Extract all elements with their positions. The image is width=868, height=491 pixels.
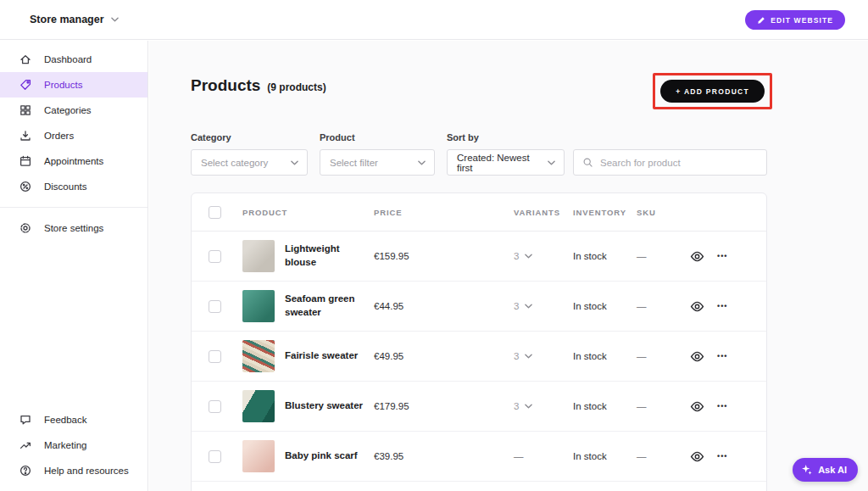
inventory-status: In stock <box>573 451 637 461</box>
table-row[interactable]: Fairisle sweater €49.95 3 In stock — ••• <box>192 332 766 382</box>
ask-ai-label: Ask AI <box>818 465 847 475</box>
sidebar-divider <box>0 207 147 208</box>
preview-eye-button[interactable] <box>687 397 706 416</box>
more-actions-button[interactable]: ••• <box>717 402 751 410</box>
product-filter-select[interactable]: Select filter <box>320 149 435 176</box>
more-actions-button[interactable]: ••• <box>717 252 751 260</box>
preview-eye-button[interactable] <box>687 247 706 265</box>
preview-eye-button[interactable] <box>687 347 706 365</box>
ask-ai-button[interactable]: Ask AI <box>793 458 858 482</box>
sidebar-item-marketing[interactable]: Marketing <box>0 432 147 458</box>
product-thumbnail <box>242 440 275 472</box>
sidebar-item-products[interactable]: Products <box>0 72 147 98</box>
percent-circle-icon <box>19 180 32 193</box>
more-actions-button[interactable]: ••• <box>717 352 751 360</box>
chevron-down-icon <box>525 354 532 359</box>
product-price: €159.95 <box>374 251 514 261</box>
product-sku: — <box>637 251 687 261</box>
sidebar-item-dashboard[interactable]: Dashboard <box>0 47 147 72</box>
product-price: €44.95 <box>374 301 514 311</box>
sidebar-item-label: Products <box>44 80 82 90</box>
page-title: Products <box>191 76 260 95</box>
product-name: Fairisle sweater <box>285 349 358 363</box>
product-price: €39.95 <box>374 451 514 461</box>
more-actions-button[interactable]: ••• <box>717 302 751 310</box>
top-bar: Store manager EDIT WEBSITE <box>0 0 868 40</box>
inventory-status: In stock <box>573 251 637 261</box>
chevron-down-icon <box>525 304 532 309</box>
filters-bar: Category Select category Product Select … <box>191 132 767 176</box>
sidebar-item-label: Dashboard <box>44 54 92 64</box>
inventory-status: In stock <box>573 401 637 411</box>
row-checkbox[interactable] <box>209 400 221 413</box>
sidebar-item-store-settings[interactable]: Store settings <box>0 215 147 241</box>
eye-icon <box>690 399 704 414</box>
product-name: Blustery sweater <box>285 399 363 413</box>
inventory-status: In stock <box>573 351 637 361</box>
sidebar-item-label: Store settings <box>44 223 103 233</box>
tag-icon <box>19 78 32 92</box>
edit-website-button[interactable]: EDIT WEBSITE <box>745 10 845 30</box>
inventory-status: In stock <box>573 301 637 311</box>
add-product-button[interactable]: + ADD PRODUCT <box>660 80 765 103</box>
chevron-down-icon <box>548 160 555 165</box>
trend-icon <box>19 438 32 452</box>
sidebar-item-feedback[interactable]: Feedback <box>0 407 147 432</box>
product-sku: — <box>637 451 687 461</box>
variants-dropdown[interactable]: 3 <box>514 301 573 311</box>
table-row[interactable]: Baby pink scarf €39.95 — In stock — ••• <box>192 432 766 482</box>
sidebar-item-help[interactable]: Help and resources <box>0 458 147 483</box>
sidebar-item-label: Categories <box>44 105 92 115</box>
product-filter-value: Select filter <box>330 158 378 168</box>
sidebar-item-label: Help and resources <box>44 466 129 476</box>
product-filter-label: Product <box>320 132 435 142</box>
eye-icon <box>690 299 704 314</box>
variants-count: 3 <box>514 251 519 261</box>
chevron-down-icon <box>525 404 532 409</box>
download-tray-icon <box>19 129 32 142</box>
variants-value: — <box>514 451 573 461</box>
variants-dropdown[interactable]: 3 <box>514 401 573 411</box>
row-checkbox[interactable] <box>209 300 221 313</box>
table-row[interactable]: Lightweight blouse €159.95 3 In stock — … <box>192 232 766 282</box>
sort-by-label: Sort by <box>447 132 565 142</box>
variants-dropdown[interactable]: 3 <box>514 251 573 261</box>
product-thumbnail <box>242 290 275 322</box>
preview-eye-button[interactable] <box>687 447 706 466</box>
category-filter-label: Category <box>191 132 308 142</box>
product-price: €49.95 <box>374 351 514 361</box>
sidebar-item-orders[interactable]: Orders <box>0 123 147 148</box>
sidebar-item-appointments[interactable]: Appointments <box>0 148 147 174</box>
row-checkbox[interactable] <box>209 350 221 363</box>
product-price: €179.95 <box>374 401 514 411</box>
select-all-checkbox[interactable] <box>209 206 221 219</box>
sidebar-item-discounts[interactable]: Discounts <box>0 174 147 199</box>
calendar-icon <box>19 154 32 168</box>
category-select-value: Select category <box>201 158 268 168</box>
sidebar-item-categories[interactable]: Categories <box>0 98 147 123</box>
sidebar-item-label: Orders <box>44 131 74 141</box>
row-checkbox[interactable] <box>209 450 221 463</box>
table-row[interactable]: Seafoam green sweater €44.95 3 In stock … <box>192 282 766 332</box>
product-count: (9 products) <box>267 81 326 93</box>
main-area: Products (9 products) + ADD PRODUCT Cate… <box>149 41 868 491</box>
search-input[interactable] <box>600 158 758 168</box>
sort-select[interactable]: Created: Newest first <box>447 149 565 176</box>
variants-count: 3 <box>514 351 519 361</box>
more-actions-button[interactable]: ••• <box>717 452 751 460</box>
store-manager-dropdown[interactable]: Store manager <box>30 14 119 25</box>
sidebar-item-label: Discounts <box>44 181 87 192</box>
annotation-highlight-box: + ADD PRODUCT <box>653 73 772 109</box>
search-box <box>573 149 767 176</box>
chevron-down-icon <box>111 17 119 22</box>
feedback-icon <box>19 413 32 427</box>
header-sku: SKU <box>637 208 687 217</box>
category-select[interactable]: Select category <box>191 149 308 176</box>
preview-eye-button[interactable] <box>687 297 706 315</box>
row-checkbox[interactable] <box>209 250 221 263</box>
header-variants: VARIANTS <box>514 208 573 217</box>
variants-dropdown[interactable]: 3 <box>514 351 573 361</box>
sidebar-item-label: Marketing <box>44 440 87 450</box>
store-manager-label: Store manager <box>30 14 104 25</box>
table-row[interactable]: Blustery sweater €179.95 3 In stock — ••… <box>192 382 766 432</box>
